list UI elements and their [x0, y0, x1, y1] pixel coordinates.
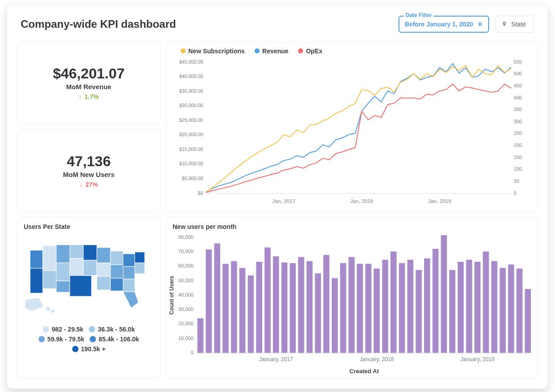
map-title: Users Per State	[17, 218, 160, 230]
date-filter-legend: Date Filter	[404, 12, 434, 18]
svg-rect-87	[399, 263, 405, 353]
svg-rect-84	[374, 269, 380, 353]
svg-rect-44	[123, 254, 135, 267]
svg-rect-77	[315, 273, 321, 353]
dashboard-grid: $46,201.07 MoM Revenue ↑ 1.7% 47,136 MoM…	[17, 42, 538, 379]
header-row: Company-wide KPI dashboard Date Filter B…	[17, 13, 538, 35]
svg-rect-73	[282, 263, 288, 353]
date-filter-chip[interactable]: Date Filter Before January 1, 2020 ✕	[399, 16, 490, 33]
svg-rect-85	[382, 260, 388, 353]
filters: Date Filter Before January 1, 2020 ✕ Sta…	[399, 16, 534, 33]
svg-text:100: 100	[514, 166, 522, 172]
legend-item-op: OpEx	[298, 47, 322, 55]
state-filter[interactable]: State	[495, 16, 534, 33]
svg-text:400: 400	[514, 95, 522, 100]
svg-rect-88	[407, 260, 413, 353]
svg-rect-92	[441, 235, 447, 353]
svg-marker-47	[123, 292, 139, 308]
kpi-users-label: MoM New Users	[63, 171, 114, 178]
map-panel[interactable]: Users Per State	[17, 217, 160, 379]
svg-rect-36	[83, 245, 97, 260]
line-chart-panel[interactable]: New Subscriptions Revenue OpEx $0$5,000.…	[166, 42, 538, 212]
svg-rect-65	[214, 243, 221, 353]
svg-rect-39	[97, 263, 110, 276]
kpi-users-delta: ↓ 27%	[79, 181, 98, 188]
svg-rect-68	[239, 268, 246, 353]
svg-text:50,000: 50,000	[178, 278, 194, 283]
svg-rect-79	[332, 278, 338, 353]
map-legend-item: 982 - 29.5k	[43, 326, 83, 333]
map-legend-item: 190.5k +	[72, 345, 106, 353]
kpi-revenue-value: $46,201.07	[53, 65, 125, 82]
svg-text:30,000: 30,000	[178, 306, 194, 312]
svg-text:$45,000.00: $45,000.00	[179, 59, 204, 65]
svg-marker-50	[25, 297, 43, 311]
svg-rect-97	[483, 251, 489, 353]
svg-rect-95	[466, 260, 473, 353]
svg-rect-28	[43, 246, 56, 271]
kpi-revenue-delta-text: 1.7%	[85, 93, 99, 100]
svg-text:Jan, 2019: Jan, 2019	[428, 198, 451, 204]
svg-rect-101	[516, 269, 523, 353]
map-legend-item: 85.4k - 106.0k	[90, 336, 139, 343]
svg-rect-90	[424, 258, 430, 353]
svg-rect-80	[340, 263, 347, 353]
kpi-revenue-label: MoM Revenue	[66, 83, 112, 90]
svg-rect-70	[256, 262, 262, 353]
svg-text:$20,000.00: $20,000.00	[179, 132, 204, 137]
kpi-revenue[interactable]: $46,201.07 MoM Revenue ↑ 1.7%	[17, 42, 160, 124]
kpi-users[interactable]: 47,136 MoM New Users ↓ 27%	[17, 129, 160, 212]
svg-rect-66	[222, 264, 229, 353]
map-legend: 982 - 29.5k36.3k - 56.0k59.9k - 79.5k85.…	[17, 326, 160, 353]
svg-rect-75	[298, 257, 304, 353]
svg-text:Count of Users: Count of Users	[169, 276, 175, 314]
svg-text:January, 2018: January, 2018	[360, 356, 394, 362]
svg-point-52	[51, 310, 54, 313]
svg-rect-82	[357, 264, 363, 353]
dashboard-card: Company-wide KPI dashboard Date Filter B…	[7, 4, 548, 389]
svg-text:0: 0	[191, 350, 193, 355]
svg-text:500: 500	[514, 71, 522, 76]
line-legend: New Subscriptions Revenue OpEx	[173, 45, 531, 56]
svg-text:Jan, 2018: Jan, 2018	[350, 198, 373, 204]
svg-rect-89	[416, 270, 422, 353]
svg-text:$15,000.00: $15,000.00	[179, 146, 204, 152]
svg-rect-86	[390, 251, 397, 353]
svg-rect-27	[30, 268, 43, 293]
bar-chart-panel[interactable]: New users per month 010,00020,00030,0004…	[166, 217, 538, 379]
svg-rect-63	[197, 319, 204, 353]
svg-text:300: 300	[514, 119, 522, 124]
svg-text:200: 200	[514, 142, 522, 148]
svg-rect-74	[290, 263, 296, 353]
svg-text:350: 350	[514, 107, 522, 112]
pin-icon	[501, 21, 507, 27]
svg-text:550: 550	[514, 59, 522, 65]
bar-title: New users per month	[166, 218, 538, 230]
svg-rect-40	[97, 276, 110, 290]
svg-rect-26	[30, 250, 43, 268]
date-filter-text: Before January 1, 2020	[405, 21, 473, 28]
svg-rect-93	[449, 270, 455, 353]
svg-rect-38	[97, 248, 110, 263]
svg-rect-98	[491, 261, 498, 353]
svg-rect-43	[110, 278, 123, 291]
svg-text:$30,000.00: $30,000.00	[179, 103, 204, 108]
svg-text:January, 2019: January, 2019	[460, 356, 494, 362]
svg-rect-100	[508, 264, 514, 353]
kpi-column: $46,201.07 MoM Revenue ↑ 1.7% 47,136 MoM…	[17, 42, 160, 212]
svg-rect-42	[110, 265, 123, 278]
svg-rect-76	[307, 261, 313, 353]
map-legend-item: 59.9k - 79.5k	[39, 336, 85, 343]
map-legend-item: 36.3k - 56.0k	[89, 326, 135, 333]
svg-text:10,000: 10,000	[178, 336, 194, 341]
arrow-down-icon: ↓	[79, 181, 82, 188]
svg-rect-102	[525, 289, 531, 353]
dot-icon	[255, 48, 260, 53]
dot-icon	[181, 48, 186, 53]
close-icon[interactable]: ✕	[477, 21, 483, 28]
svg-rect-35	[70, 276, 91, 296]
us-map	[17, 230, 160, 326]
svg-text:$10,000.00: $10,000.00	[179, 161, 204, 166]
svg-text:$35,000.00: $35,000.00	[179, 88, 204, 94]
svg-rect-45	[123, 267, 135, 279]
